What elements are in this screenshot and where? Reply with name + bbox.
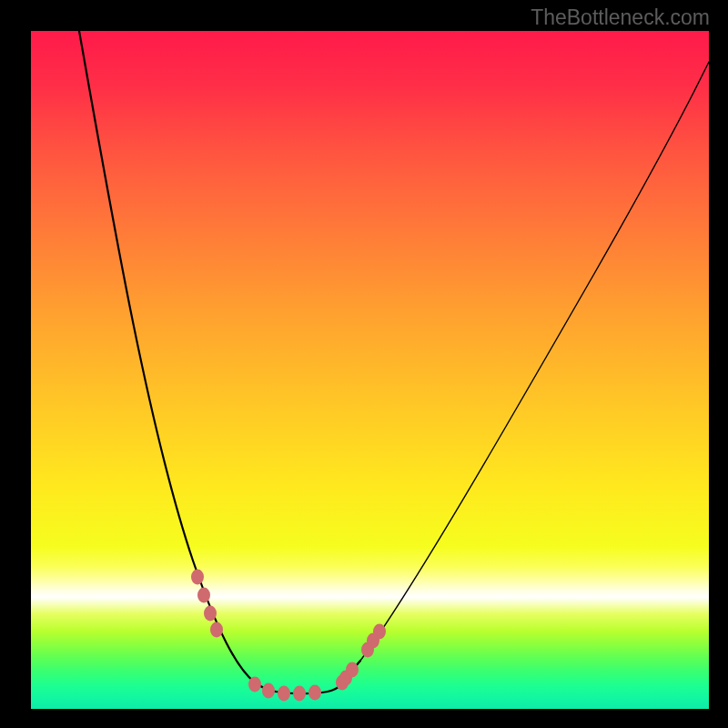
plot-area <box>31 31 709 709</box>
trough-marker <box>197 588 210 603</box>
curve-overlay <box>31 31 709 709</box>
trough-marker <box>210 622 223 638</box>
trough-marker <box>308 685 321 701</box>
trough-marker <box>262 683 275 699</box>
trough-marker <box>191 570 204 585</box>
curve-left <box>79 31 360 693</box>
trough-marker <box>278 686 290 702</box>
curve-right <box>360 62 709 661</box>
trough-marker <box>373 624 386 640</box>
trough-markers <box>191 570 386 702</box>
chart-frame: TheBottleneck.com <box>0 0 728 728</box>
trough-marker <box>204 606 217 622</box>
source-watermark: TheBottleneck.com <box>531 5 710 30</box>
trough-marker <box>248 677 261 693</box>
trough-marker <box>293 686 306 702</box>
trough-marker <box>346 662 359 678</box>
